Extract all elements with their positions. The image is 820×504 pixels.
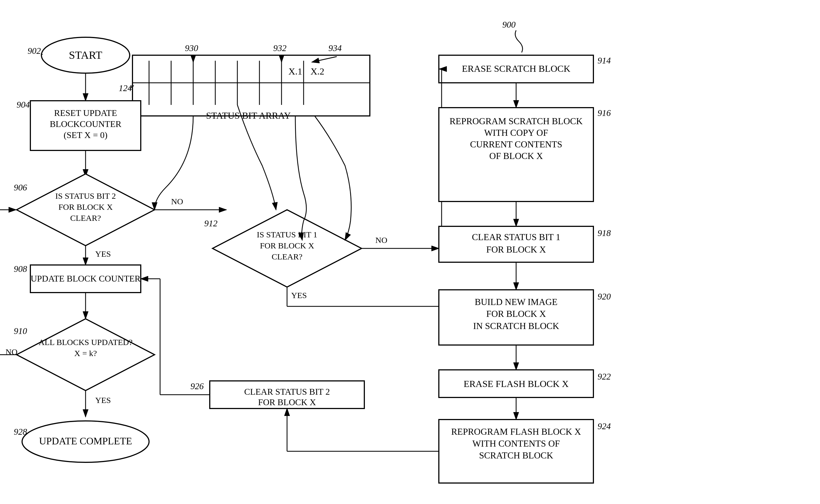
n906-line2: FOR BLOCK X bbox=[59, 202, 113, 211]
n916-line2: WITH COPY OF bbox=[484, 128, 548, 138]
n912-no: NO bbox=[375, 235, 387, 245]
n928-label: UPDATE COMPLETE bbox=[39, 436, 132, 447]
n918-line2: FOR BLOCK X bbox=[486, 245, 546, 254]
ref-900: 900 bbox=[502, 20, 516, 30]
ref-916: 916 bbox=[598, 108, 611, 118]
ref-902: 902 bbox=[28, 46, 41, 56]
n918-box bbox=[439, 226, 593, 262]
n926-line1: CLEAR STATUS BIT 2 bbox=[244, 387, 330, 397]
ref-930: 930 bbox=[185, 43, 198, 53]
ref-924: 924 bbox=[598, 421, 611, 431]
n910-line1: ALL BLOCKS UPDATED? bbox=[39, 338, 133, 347]
n920-line2: FOR BLOCK X bbox=[486, 309, 546, 319]
status-bit-array-label: STATUS BIT ARRAY bbox=[206, 110, 291, 121]
ref-904: 904 bbox=[17, 100, 30, 110]
n912-line1: IS STATUS BIT 1 bbox=[257, 230, 317, 239]
n914-label: ERASE SCRATCH BLOCK bbox=[462, 63, 570, 74]
ref-920: 920 bbox=[598, 291, 611, 301]
n904-line1: RESET UPDATE bbox=[54, 108, 117, 118]
n924-line1: REPROGRAM FLASH BLOCK X bbox=[451, 427, 581, 437]
status-bit-array-box bbox=[132, 55, 370, 116]
ref-910: 910 bbox=[14, 326, 27, 336]
x1-label: X.1 bbox=[288, 66, 302, 76]
n906-line3: CLEAR? bbox=[70, 213, 101, 222]
n916-line1: REPROGRAM SCRATCH BLOCK bbox=[450, 116, 583, 126]
n926-line2: FOR BLOCK X bbox=[258, 397, 316, 407]
n916-line3: CURRENT CONTENTS bbox=[470, 139, 562, 149]
ref-908: 908 bbox=[14, 264, 27, 274]
n924-line2: WITH CONTENTS OF bbox=[472, 439, 560, 449]
n904-line2: BLOCKCOUNTER bbox=[50, 119, 121, 129]
ref-934: 934 bbox=[328, 43, 342, 53]
svg-line-14 bbox=[41, 54, 43, 55]
n908-label: UPDATE BLOCK COUNTER bbox=[31, 274, 141, 283]
ref-926: 926 bbox=[190, 381, 204, 391]
n912-line2: FOR BLOCK X bbox=[260, 241, 314, 250]
ref-928: 928 bbox=[14, 427, 27, 437]
n912-yes: YES bbox=[291, 291, 307, 300]
ref-914: 914 bbox=[598, 55, 611, 65]
ref-906: 906 bbox=[14, 182, 27, 192]
ref-918: 918 bbox=[598, 228, 611, 238]
start-label: START bbox=[69, 49, 102, 61]
n922-label: ERASE FLASH BLOCK X bbox=[464, 379, 569, 389]
n906-yes: YES bbox=[95, 249, 111, 258]
ref-912: 912 bbox=[204, 218, 217, 228]
flowchart-svg: 900 X.1 X.2 STATUS BIT ARRAY 124 930 932… bbox=[0, 0, 820, 504]
x2-label: X.2 bbox=[311, 66, 324, 76]
ref-922: 922 bbox=[598, 372, 611, 381]
n906-no: NO bbox=[171, 197, 183, 206]
n910-line2: X = k? bbox=[74, 349, 97, 358]
n906-line1: IS STATUS BIT 2 bbox=[55, 191, 116, 200]
ref-932: 932 bbox=[273, 43, 286, 53]
n912-line3: CLEAR? bbox=[272, 252, 302, 261]
n916-line4: OF BLOCK X bbox=[489, 151, 543, 161]
n924-line3: SCRATCH BLOCK bbox=[479, 450, 553, 460]
n920-line1: BUILD NEW IMAGE bbox=[475, 297, 558, 307]
n910-yes: YES bbox=[95, 396, 111, 405]
n918-line1: CLEAR STATUS BIT 1 bbox=[472, 232, 560, 242]
n920-line3: IN SCRATCH BLOCK bbox=[473, 321, 559, 331]
n904-line3: (SET X = 0) bbox=[64, 130, 108, 140]
